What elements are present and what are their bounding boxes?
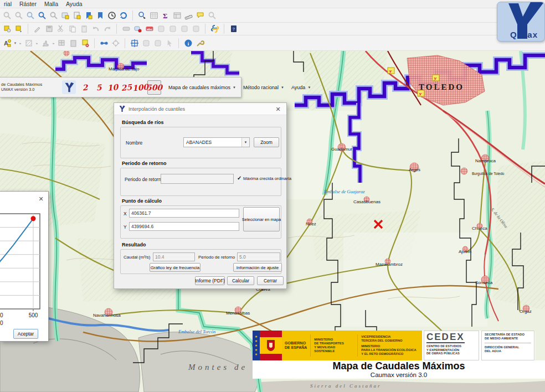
label-faded-2-icon[interactable] [167, 23, 178, 34]
select-red-dot-icon[interactable] [132, 23, 143, 34]
expand-icon[interactable]: » [34, 42, 39, 45]
search-locator-icon[interactable] [206, 10, 218, 21]
yellow-square-badge-icon[interactable] [79, 38, 91, 49]
help-contents-icon[interactable]: ? [228, 23, 239, 34]
river-name-select[interactable]: ABANADES ▼ [183, 137, 250, 147]
georeferencer-blue-icon[interactable] [128, 38, 140, 49]
ministerio1-line2: DE TRANSPORTES [314, 342, 354, 345]
fit-info-button[interactable]: Información de ajuste [233, 263, 282, 272]
return-period-10-button[interactable]: 10 [105, 79, 121, 95]
caumax-menu-1[interactable]: Método racional▼ [243, 85, 284, 90]
return-period-2-button[interactable]: 2 [78, 79, 93, 95]
select-on-map-button[interactable]: Seleccionar en mapa [243, 207, 280, 231]
result-period-input[interactable] [237, 252, 280, 261]
menu-item-ayuda[interactable]: Ayuda [62, 1, 86, 7]
pin-labels-dd-icon[interactable] [13, 23, 24, 34]
coat-of-arms-icon [267, 340, 275, 351]
style-manager-icon[interactable]: A [1, 38, 13, 49]
options-wrench-icon[interactable] [194, 38, 205, 49]
paste-features-icon[interactable] [78, 23, 90, 34]
return-period-5-button[interactable]: 5 [91, 79, 107, 95]
copy-features-icon[interactable] [66, 23, 78, 34]
zoom-next-icon[interactable] [13, 10, 24, 21]
label-faded-1-icon[interactable] [155, 23, 167, 34]
layout-manager-icon[interactable] [171, 10, 183, 21]
return-period-500-button[interactable]: 500 [147, 80, 161, 95]
bookmark-show-icon[interactable] [94, 10, 106, 21]
pan-blue-icon[interactable] [98, 38, 110, 49]
map-label: Nambroca [475, 158, 496, 163]
undo-icon[interactable] [90, 23, 101, 34]
identify-features-icon[interactable] [136, 10, 148, 21]
caumax-y-icon [119, 105, 126, 114]
map-label: Orgaz [520, 309, 532, 314]
zoom-selection-icon[interactable] [48, 10, 59, 21]
python-console-icon[interactable] [209, 23, 220, 34]
pin-labels-icon[interactable] [1, 23, 13, 34]
caumax-menu-0[interactable]: Mapa de caudales máximos▼ [168, 85, 236, 90]
layer-gray-dd-icon[interactable] [68, 38, 79, 49]
flow-value-input[interactable] [153, 252, 195, 261]
label-gray-icon[interactable] [120, 23, 132, 34]
menu-item-malla[interactable]: Malla [40, 1, 62, 7]
hatch-square-icon[interactable] [23, 38, 34, 49]
attribute-table-icon[interactable] [148, 10, 160, 21]
save-edits-icon[interactable] [43, 23, 55, 34]
map-label: Montes de T [188, 363, 260, 372]
frequency-graph-button[interactable]: Gráfico ley de frecuencia [150, 263, 200, 272]
caumax-menu-2[interactable]: Ayuda▼ [291, 85, 311, 90]
close-button[interactable]: Cerrar [257, 276, 284, 285]
expand-icon[interactable]: » [51, 42, 56, 45]
map-label: TOLEDO [419, 82, 464, 91]
label-faded-3-icon[interactable] [178, 23, 190, 34]
grid-faded-2-icon[interactable] [152, 38, 163, 49]
zoom-in-blue-icon[interactable] [36, 10, 48, 21]
histogram-icon[interactable] [39, 38, 51, 49]
statistical-summary-icon[interactable]: Σ [160, 10, 171, 21]
svg-text:Σ: Σ [163, 12, 168, 20]
calculate-button[interactable]: Calcular [227, 276, 254, 285]
grid-faded-1-icon[interactable] [140, 38, 152, 49]
label-faded-4-icon[interactable] [190, 23, 202, 34]
raster-dd-icon[interactable] [56, 38, 68, 49]
close-icon[interactable]: ✕ [37, 195, 45, 203]
period-label: Periodo de retorno [125, 177, 163, 182]
institutional-banner: ★★★★★ GOBIERNO DE ESPAÑA MINISTERIO DE T… [253, 331, 545, 379]
expand-icon[interactable]: » [18, 42, 23, 45]
zoom-button[interactable]: Zoom [254, 137, 279, 147]
zoom-last-icon[interactable] [1, 10, 13, 21]
x-coordinate-input[interactable] [129, 209, 239, 218]
checkbox-checked-icon[interactable]: ✓ [237, 175, 241, 181]
crosshair-gray-icon[interactable] [110, 38, 121, 49]
map-tips-icon[interactable] [194, 10, 206, 21]
gobierno-line2: DE ESPAÑA [285, 345, 307, 350]
redo-icon[interactable] [101, 23, 113, 34]
dialog-titlebar[interactable]: Interpolación de cuantiles ✕ [114, 103, 286, 115]
dropdown-icon[interactable]: ▼ [13, 42, 18, 45]
cut-features-icon[interactable] [55, 23, 66, 34]
close-icon[interactable]: ✕ [274, 105, 282, 113]
map-label: Sierra del Castañar [310, 383, 382, 389]
new-map-view-icon[interactable] [59, 10, 71, 21]
y-coordinate-input[interactable] [129, 222, 239, 231]
report-pdf-button[interactable]: Informe (PDF) [195, 276, 225, 285]
zoom-native-icon[interactable] [24, 10, 36, 21]
temporal-clock-icon[interactable] [106, 10, 117, 21]
menu-item-raster[interactable]: Ráster [16, 1, 40, 7]
info-blue-icon[interactable]: i [182, 38, 194, 49]
bookmark-new-icon[interactable] [83, 10, 94, 21]
caumax-toolbar-title: de Caudales Máximos UMAX versión 3.0 [0, 82, 60, 92]
return-period-100-button[interactable]: 100 [133, 79, 148, 95]
toggle-editing-icon[interactable] [32, 23, 43, 34]
cursor-faded-icon[interactable] [163, 38, 175, 49]
period-input[interactable] [161, 174, 234, 184]
toolbar-separator [116, 24, 120, 34]
menu-item-partial[interactable]: rial [0, 1, 16, 7]
abc-label-icon[interactable]: abc [143, 23, 155, 34]
cedex-sub3: DE OBRAS PÚBLICAS [426, 352, 476, 355]
refresh-icon[interactable] [117, 10, 129, 21]
caumax-logo-icon[interactable] [62, 80, 76, 94]
measure-icon[interactable] [183, 10, 194, 21]
accept-button[interactable]: Aceptar [13, 329, 38, 339]
new-layout-icon[interactable] [71, 10, 83, 21]
